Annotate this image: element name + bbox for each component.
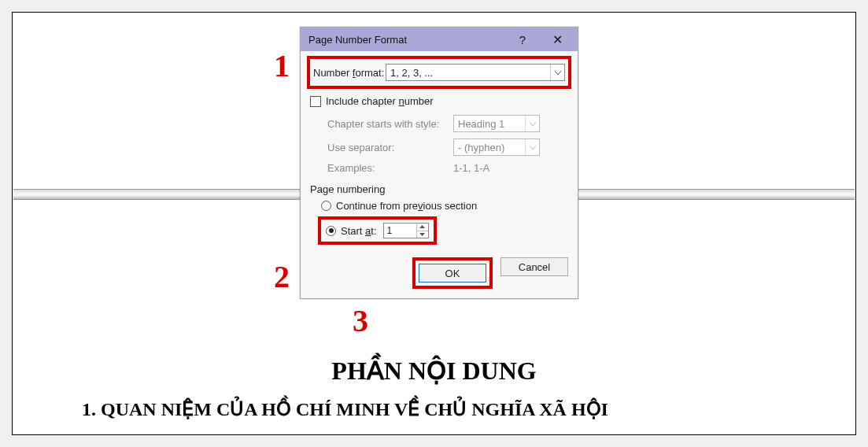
callout-3: 3	[353, 302, 368, 339]
spinner-up-icon[interactable]	[417, 224, 428, 231]
document-heading: PHẦN NỘI DUNG	[13, 356, 855, 386]
document-subheading: 1. QUAN NIỆM CỦA HỒ CHÍ MINH VỀ CHỦ NGHĨ…	[13, 398, 855, 420]
number-format-label: Number format:	[313, 67, 386, 79]
use-separator-combo: - (hyphen)	[453, 139, 540, 156]
chevron-down-icon	[525, 139, 539, 155]
chevron-down-icon	[550, 65, 564, 80]
checkbox-icon	[310, 96, 321, 107]
titlebar[interactable]: Page Number Format ? ✕	[301, 28, 578, 51]
callout-2: 2	[274, 258, 290, 295]
continue-label: Continue from previous section	[336, 200, 477, 212]
include-chapter-checkbox-row[interactable]: Include chapter number	[310, 95, 568, 107]
help-button[interactable]: ?	[505, 28, 540, 50]
start-at-row: Start at: 1	[318, 216, 437, 245]
radio-icon[interactable]	[326, 226, 336, 236]
cancel-button[interactable]: Cancel	[500, 257, 568, 276]
close-button[interactable]: ✕	[540, 28, 574, 50]
start-at-spinner[interactable]: 1	[383, 223, 429, 238]
start-at-value: 1	[384, 224, 416, 238]
number-format-row: Number format: 1, 2, 3, ...	[307, 56, 571, 89]
start-at-label: Start at:	[341, 225, 377, 237]
callout-1: 1	[274, 47, 290, 84]
include-chapter-label: Include chapter number	[326, 95, 434, 107]
page-number-format-dialog: Page Number Format ? ✕ Number format: 1,…	[300, 27, 578, 299]
radio-icon	[321, 201, 331, 211]
number-format-combo[interactable]: 1, 2, 3, ...	[386, 64, 565, 81]
chapter-starts-label: Chapter starts with style:	[327, 118, 453, 130]
page-numbering-label: Page numbering	[310, 183, 568, 195]
chapter-starts-combo: Heading 1	[453, 115, 540, 132]
number-format-value: 1, 2, 3, ...	[390, 67, 550, 79]
examples-label: Examples:	[327, 162, 453, 174]
ok-highlight: OK	[412, 257, 493, 289]
use-separator-label: Use separator:	[327, 142, 453, 153]
examples-value: 1-1, 1-A	[453, 162, 489, 174]
ok-button[interactable]: OK	[419, 264, 486, 283]
continue-radio-row[interactable]: Continue from previous section	[321, 200, 568, 212]
spinner-down-icon[interactable]	[417, 231, 428, 238]
chevron-down-icon	[525, 116, 539, 131]
dialog-title: Page Number Format	[308, 34, 505, 46]
